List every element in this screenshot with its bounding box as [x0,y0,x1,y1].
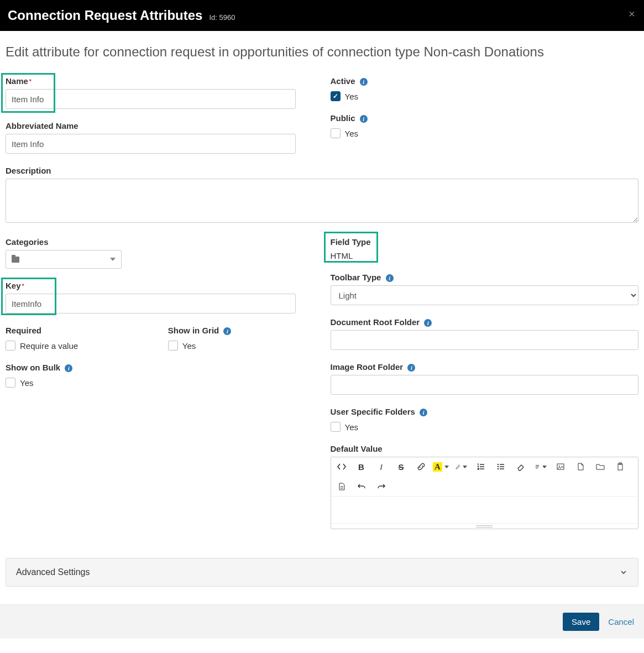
showgrid-checkbox[interactable] [168,341,178,351]
svg-point-1 [497,466,498,467]
userfolders-checkbox[interactable] [331,422,341,432]
svg-point-2 [497,468,498,469]
eraser-icon[interactable] [515,461,527,473]
showbulk-checkbox[interactable] [6,378,15,388]
imgroot-label: Image Root Folder i [331,362,416,372]
modal-header: Connection Request Attributes Id: 5960 × [0,0,644,31]
advanced-settings-label: Advanced Settings [16,567,90,577]
code-icon[interactable] [336,461,348,473]
file-alt-icon[interactable] [336,480,348,493]
showgrid-check-label: Yes [182,341,196,351]
info-icon[interactable]: i [407,364,415,372]
info-icon[interactable]: i [424,319,432,327]
showbulk-label: Show on Bulk i [6,363,72,372]
required-check-label: Require a value [20,341,78,351]
abbrev-label: Abbreviated Name [6,121,78,130]
undo-icon[interactable] [355,480,368,493]
svg-point-0 [497,464,498,465]
modal-title: Connection Request Attributes [8,8,202,23]
bold-icon[interactable]: B [355,461,368,473]
active-check-label: Yes [345,92,358,101]
active-checkbox[interactable] [331,91,341,101]
info-icon[interactable]: i [386,274,394,282]
defaultvalue-label: Default Value [331,444,383,453]
abbrev-name-input[interactable] [6,134,296,154]
chevron-down-icon [110,258,116,261]
advanced-settings-panel[interactable]: Advanced Settings [6,558,638,587]
name-label: Name• [6,76,32,86]
imgroot-input[interactable] [331,375,639,395]
info-icon[interactable]: i [360,115,368,123]
fieldtype-label: Field Type [331,237,371,247]
info-icon[interactable]: i [360,78,368,86]
svg-point-4 [559,466,560,467]
file-icon[interactable] [574,461,587,473]
fieldtype-value: HTML [331,251,639,260]
name-input[interactable] [6,89,296,109]
magic-icon[interactable] [455,461,467,473]
public-checkbox[interactable] [331,128,341,138]
rich-text-editor: B I S A [331,457,639,529]
public-check-label: Yes [345,129,358,138]
cancel-button[interactable]: Cancel [608,617,634,626]
italic-icon[interactable]: I [375,461,388,473]
toolbartype-select[interactable]: Light [331,285,639,305]
page-subtitle: Edit attribute for connection request in… [6,44,638,60]
showgrid-label: Show in Grid i [168,326,232,335]
required-checkbox[interactable] [6,341,15,351]
rte-toolbar: B I S A [331,457,638,497]
modal-footer: Save Cancel [0,604,644,639]
description-label: Description [6,166,51,175]
ul-icon[interactable] [495,461,507,473]
link-icon[interactable] [415,461,427,473]
save-button[interactable]: Save [563,613,599,631]
info-icon[interactable]: i [223,327,231,335]
info-icon[interactable]: i [420,409,427,416]
redo-icon[interactable] [375,480,388,493]
key-input[interactable] [6,294,296,314]
ol-icon[interactable] [475,461,487,473]
chevron-down-icon [619,568,628,577]
userfolders-check-label: Yes [345,422,358,432]
folder-open-icon[interactable] [594,461,606,473]
font-color-icon[interactable]: A [435,461,447,473]
folder-icon [12,257,19,263]
modal-id: Id: 5960 [209,13,235,22]
svg-rect-5 [618,464,622,470]
toolbartype-label: Toolbar Type i [331,273,394,282]
key-label: Key• [6,281,24,290]
docroot-input[interactable] [331,330,639,350]
resize-handle-icon[interactable] [331,523,638,529]
required-indicator-icon: • [22,281,24,289]
active-label: Active i [331,76,368,86]
docroot-label: Document Root Folder i [331,317,432,327]
description-input[interactable] [6,179,638,223]
info-icon[interactable]: i [65,364,72,372]
required-label: Required [6,326,41,335]
userfolders-label: User Specific Folders i [331,407,428,416]
close-icon[interactable]: × [629,8,635,20]
categories-label: Categories [6,237,49,247]
public-label: Public i [331,113,368,123]
strike-icon[interactable]: S [395,461,407,473]
required-indicator-icon: • [29,76,32,84]
categories-dropdown[interactable] [6,250,122,269]
paragraph-icon[interactable] [535,461,547,473]
clipboard-icon[interactable] [614,461,626,473]
image-icon[interactable] [554,461,567,473]
rte-content[interactable] [331,497,638,523]
showbulk-check-label: Yes [20,378,33,388]
